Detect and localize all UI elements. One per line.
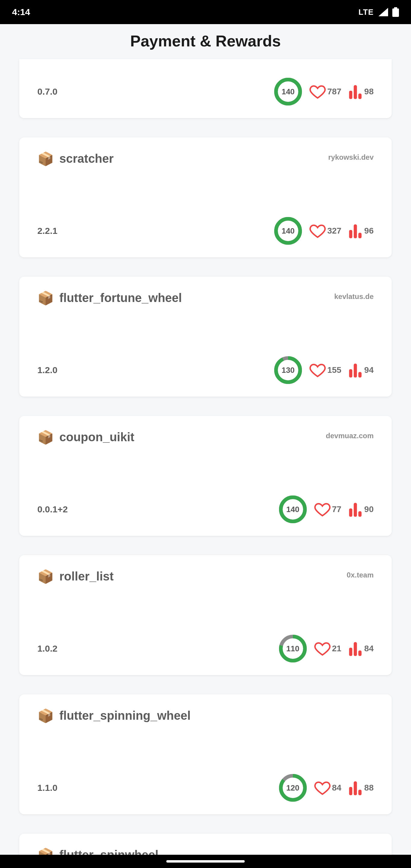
likes-value: 155 xyxy=(327,365,341,375)
nav-pill[interactable] xyxy=(166,860,245,863)
likes-value: 21 xyxy=(332,644,341,653)
package-card[interactable]: 0.7.0 140 787 xyxy=(19,59,392,118)
package-card[interactable]: 📦 coupon_uikit devmuaz.com 0.0.1+2 140 xyxy=(19,416,392,536)
version-label: 1.2.0 xyxy=(37,365,58,375)
package-card[interactable]: 📦 scratcher rykowski.dev 2.2.1 140 xyxy=(19,137,392,257)
likes-stat: 77 xyxy=(314,501,341,518)
popularity-stat: 84 xyxy=(349,641,374,656)
pub-score-value: 120 xyxy=(286,783,299,793)
stats-row: 140 787 98 xyxy=(274,78,374,105)
svg-rect-21 xyxy=(358,511,361,517)
status-indicators: LTE xyxy=(358,7,399,17)
card-header: 📦 scratcher rykowski.dev xyxy=(37,152,374,165)
popularity-value: 88 xyxy=(364,783,374,793)
likes-stat: 155 xyxy=(309,362,341,378)
bars-icon xyxy=(349,84,362,99)
svg-rect-5 xyxy=(354,85,357,99)
popularity-value: 98 xyxy=(364,87,374,96)
network-label: LTE xyxy=(358,7,374,17)
heart-icon xyxy=(314,779,331,796)
likes-value: 327 xyxy=(327,226,341,236)
svg-rect-24 xyxy=(349,648,352,656)
stats-row: 140 77 90 xyxy=(279,495,374,523)
package-title-row: 📦 coupon_uikit xyxy=(37,430,134,444)
package-list[interactable]: 0.7.0 140 787 xyxy=(0,59,411,855)
bars-icon xyxy=(349,502,362,517)
svg-rect-15 xyxy=(354,364,357,378)
card-footer: 1.1.0 120 84 xyxy=(37,774,374,802)
pub-score-value: 130 xyxy=(281,366,294,375)
version-label: 2.2.1 xyxy=(37,226,58,236)
card-footer: 1.0.2 110 21 xyxy=(37,635,374,662)
battery-icon xyxy=(392,7,399,17)
package-icon: 📦 xyxy=(37,291,54,305)
stats-row: 120 84 88 xyxy=(279,774,374,802)
likes-value: 84 xyxy=(332,783,341,793)
publisher-label: kevlatus.de xyxy=(334,292,374,301)
heart-icon xyxy=(314,501,331,518)
app-body: Payment & Rewards 0.7.0 140 787 xyxy=(0,24,411,855)
pub-score-ring: 110 xyxy=(279,635,307,662)
popularity-value: 94 xyxy=(364,365,374,375)
package-card[interactable]: 📦 flutter_fortune_wheel kevlatus.de 1.2.… xyxy=(19,277,392,397)
stats-row: 130 155 94 xyxy=(274,356,374,384)
svg-rect-30 xyxy=(354,781,357,795)
likes-value: 787 xyxy=(327,87,341,96)
popularity-stat: 88 xyxy=(349,780,374,795)
svg-rect-19 xyxy=(349,508,352,517)
bars-icon xyxy=(349,363,362,378)
version-label: 1.1.0 xyxy=(37,783,58,793)
pub-score-ring: 120 xyxy=(279,774,307,802)
nav-bar-area xyxy=(0,855,411,868)
package-icon: 📦 xyxy=(37,570,54,583)
popularity-stat: 94 xyxy=(349,363,374,378)
page-title: Payment & Rewards xyxy=(0,24,411,59)
likes-value: 77 xyxy=(332,504,341,514)
pub-score-value: 110 xyxy=(286,644,299,653)
card-footer: 1.2.0 130 155 xyxy=(37,356,374,384)
package-title-row: 📦 roller_list xyxy=(37,569,114,583)
pub-score-ring: 140 xyxy=(274,217,302,245)
svg-rect-20 xyxy=(354,503,357,517)
likes-stat: 787 xyxy=(309,83,341,100)
svg-rect-10 xyxy=(354,224,357,239)
package-title-row: 📦 scratcher xyxy=(37,152,114,165)
package-name: flutter_fortune_wheel xyxy=(59,291,182,305)
svg-rect-16 xyxy=(358,372,361,377)
popularity-stat: 90 xyxy=(349,502,374,517)
likes-stat: 84 xyxy=(314,779,341,796)
card-header: 📦 flutter_fortune_wheel kevlatus.de xyxy=(37,291,374,305)
card-header: 📦 coupon_uikit devmuaz.com xyxy=(37,430,374,444)
svg-rect-31 xyxy=(358,789,361,795)
package-card[interactable]: 📦 flutter_spinwheel 0.1.0 110 xyxy=(19,834,392,855)
version-label: 0.0.1+2 xyxy=(37,504,68,515)
card-header: 📦 flutter_spinwheel xyxy=(37,848,374,855)
svg-rect-0 xyxy=(394,7,397,8)
status-bar: 4:14 LTE xyxy=(0,0,411,24)
signal-icon xyxy=(378,8,388,16)
likes-stat: 21 xyxy=(314,640,341,657)
heart-icon xyxy=(309,222,326,239)
popularity-value: 96 xyxy=(364,226,374,236)
package-name: scratcher xyxy=(59,152,114,165)
svg-rect-29 xyxy=(349,787,352,795)
package-name: flutter_spinwheel xyxy=(59,848,158,855)
svg-rect-4 xyxy=(349,91,352,99)
version-label: 0.7.0 xyxy=(37,87,58,97)
pub-score-value: 140 xyxy=(286,505,299,514)
pub-score-ring: 140 xyxy=(279,495,307,523)
svg-rect-11 xyxy=(358,233,361,238)
popularity-value: 90 xyxy=(364,504,374,514)
package-icon: 📦 xyxy=(37,152,54,165)
publisher-label: devmuaz.com xyxy=(326,432,374,440)
heart-icon xyxy=(309,83,326,100)
bars-icon xyxy=(349,223,362,239)
package-card[interactable]: 📦 roller_list 0x.team 1.0.2 110 xyxy=(19,555,392,675)
likes-stat: 327 xyxy=(309,222,341,239)
card-header: 📦 roller_list 0x.team xyxy=(37,569,374,583)
bars-icon xyxy=(349,780,362,795)
package-name: roller_list xyxy=(59,569,114,583)
bars-icon xyxy=(349,641,362,656)
status-time: 4:14 xyxy=(12,7,30,17)
package-card[interactable]: 📦 flutter_spinning_wheel 1.1.0 120 xyxy=(19,694,392,814)
